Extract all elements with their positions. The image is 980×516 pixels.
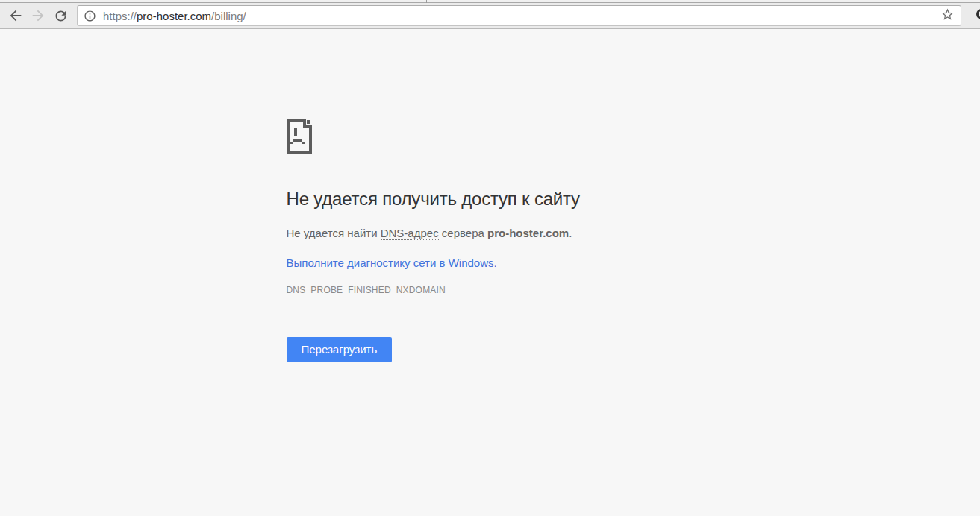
url-scheme: https:// xyxy=(103,10,137,22)
error-code: DNS_PROBE_FINISHED_NXDOMAIN xyxy=(287,285,694,295)
forward-icon xyxy=(30,7,46,24)
reload-button[interactable] xyxy=(51,6,70,25)
message-prefix: Не удается найти xyxy=(287,227,381,239)
back-button[interactable] xyxy=(6,6,25,25)
browser-toolbar: https://pro-hoster.com/billing/ xyxy=(0,3,980,29)
error-message: Не удается найти DNS-адрес сервера pro-h… xyxy=(287,226,694,241)
back-icon xyxy=(7,7,24,24)
diagnose-network-link[interactable]: Выполните диагностику сети в Windows. xyxy=(287,257,497,269)
star-icon xyxy=(940,7,955,24)
bookmark-star-button[interactable] xyxy=(940,7,955,24)
dns-term: DNS-адрес xyxy=(381,227,439,240)
message-middle: сервера xyxy=(439,227,487,239)
forward-button[interactable] xyxy=(28,6,48,25)
reload-page-button[interactable]: Перезагрузить xyxy=(287,337,393,362)
url-input[interactable]: https://pro-hoster.com/billing/ xyxy=(103,10,940,22)
error-title: Не удается получить доступ к сайту xyxy=(287,189,694,210)
message-suffix: . xyxy=(569,227,572,239)
url-host: pro-hoster.com xyxy=(137,10,211,22)
sad-page-icon xyxy=(287,119,694,157)
url-bar[interactable]: https://pro-hoster.com/billing/ xyxy=(77,5,961,26)
message-host: pro-hoster.com xyxy=(487,227,569,239)
reload-icon xyxy=(53,8,69,24)
extension-icon-partial[interactable] xyxy=(976,9,980,19)
url-path: /billing/ xyxy=(211,10,246,22)
error-page-content: Не удается получить доступ к сайту Не уд… xyxy=(287,29,694,362)
diagnose-link-line: Выполните диагностику сети в Windows. xyxy=(287,256,694,271)
page-info-icon[interactable] xyxy=(84,10,96,22)
